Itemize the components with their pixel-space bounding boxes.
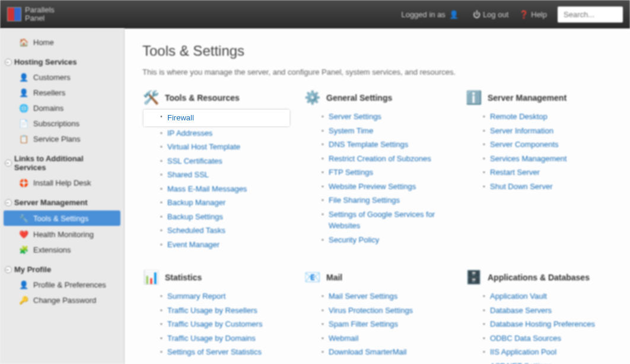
section-mail: 📧MailMail Server SettingsVirus Protectio… xyxy=(304,269,451,364)
link-website-preview-settings[interactable]: Website Preview Settings xyxy=(329,182,416,191)
logout-label: Log out xyxy=(483,10,508,19)
sidebar-item-subscriptions[interactable]: 📄Subscriptions xyxy=(0,116,124,131)
link-services-management[interactable]: Services Management xyxy=(490,154,567,163)
logout-link[interactable]: ⏻ Log out xyxy=(473,10,508,19)
globe-icon: 🌐 xyxy=(19,103,28,113)
link-file-sharing-settings[interactable]: File Sharing Settings xyxy=(329,196,400,205)
link-security-policy[interactable]: Security Policy xyxy=(329,235,379,244)
help-link[interactable]: ❓ Help xyxy=(519,10,547,19)
link-restrict-creation-of-subzones[interactable]: Restrict Creation of Subzones xyxy=(329,154,431,163)
link-application-vault[interactable]: Application Vault xyxy=(490,292,547,301)
sidebar-item-label: Profile & Preferences xyxy=(33,280,106,289)
list-item: Security Policy xyxy=(329,233,451,247)
link-server-information[interactable]: Server Information xyxy=(490,126,553,135)
profile-icon: 👤 xyxy=(19,280,28,289)
link-ftp-settings[interactable]: FTP Settings xyxy=(329,168,373,177)
link-shut-down-server[interactable]: Shut Down Server xyxy=(490,182,553,191)
link-backup-manager[interactable]: Backup Manager xyxy=(167,198,225,207)
link-download-smartermail[interactable]: Download SmarterMail xyxy=(329,347,407,356)
sidebar-section-hosting-services[interactable]: Hosting Services xyxy=(0,55,124,69)
section-head: ℹ️Server Management xyxy=(465,90,612,106)
link-traffic-usage-by-resellers[interactable]: Traffic Usage by Resellers xyxy=(167,306,257,315)
link-spam-filter-settings[interactable]: Spam Filter Settings xyxy=(329,320,398,328)
section-icon: 🛠️ xyxy=(142,90,159,106)
list-item: Scheduled Tasks xyxy=(167,223,289,238)
list-item: Server Components xyxy=(490,138,612,152)
link-remote-desktop[interactable]: Remote Desktop xyxy=(490,112,548,121)
list-item: Virtual Host Template xyxy=(167,140,289,154)
link-server-components[interactable]: Server Components xyxy=(490,140,559,149)
link-database-hosting-preferences[interactable]: Database Hosting Preferences xyxy=(490,320,595,328)
link-webmail[interactable]: Webmail xyxy=(329,334,358,343)
link-virus-protection-settings[interactable]: Virus Protection Settings xyxy=(329,306,413,315)
link-summary-report[interactable]: Summary Report xyxy=(167,292,225,301)
list-item: Traffic Usage by Customers xyxy=(167,317,289,331)
section-links: FirewallIP AddressesVirtual Host Templat… xyxy=(142,110,289,251)
link-event-manager[interactable]: Event Manager xyxy=(167,240,219,249)
section-links: Server SettingsSystem TimeDNS Template S… xyxy=(304,110,451,247)
sidebar-item-tools-settings[interactable]: 🔧Tools & Settings xyxy=(4,210,120,226)
link-backup-settings[interactable]: Backup Settings xyxy=(167,212,223,221)
password-icon: 🔑 xyxy=(19,295,28,305)
list-item: Application Vault xyxy=(490,289,612,304)
sidebar-item-home[interactable]: 🏠 Home xyxy=(0,34,124,50)
section-icon: 📊 xyxy=(142,269,159,286)
section-general-settings: ⚙️General SettingsServer SettingsSystem … xyxy=(304,90,451,251)
link-traffic-usage-by-domains[interactable]: Traffic Usage by Domains xyxy=(167,334,256,343)
helpdesk-icon: 🛟 xyxy=(19,178,28,187)
brand-logo[interactable]: Parallels Panel xyxy=(7,6,55,23)
page-title: Tools & Settings xyxy=(142,43,612,59)
link-ip-addresses[interactable]: IP Addresses xyxy=(167,129,212,138)
link-shared-ssl[interactable]: Shared SSL xyxy=(167,170,209,179)
sidebar-item-install-help-desk[interactable]: 🛟Install Help Desk xyxy=(0,175,124,190)
list-item: Traffic Usage by Resellers xyxy=(167,304,289,318)
user-icon: 👤 xyxy=(449,10,459,19)
list-item: Settings of Server Statistics xyxy=(167,345,289,359)
link-iis-application-pool[interactable]: IIS Application Pool xyxy=(490,347,556,356)
sidebar-item-label: Subscriptions xyxy=(33,119,79,128)
sidebar-item-extensions[interactable]: 🧩Extensions xyxy=(0,242,124,257)
brand-text: Parallels Panel xyxy=(25,6,55,23)
link-traffic-usage-by-customers[interactable]: Traffic Usage by Customers xyxy=(167,320,262,328)
section-server-management: ℹ️Server ManagementRemote DesktopServer … xyxy=(465,90,612,251)
list-item: SSL Certificates xyxy=(167,154,289,168)
section-head: 📧Mail xyxy=(304,269,451,286)
sidebar-section-links-to-additional-services[interactable]: Links to Additional Services xyxy=(0,151,124,175)
link-firewall[interactable]: Firewall xyxy=(167,113,194,122)
sidebar-item-service-plans[interactable]: 📋Service Plans xyxy=(0,131,124,146)
sidebar-item-customers[interactable]: 👤Customers xyxy=(0,69,124,85)
logged-in-as[interactable]: Logged in as 👤 xyxy=(401,10,458,19)
link-server-settings[interactable]: Server Settings xyxy=(329,112,381,121)
link-asp-net-settings[interactable]: ASP.NET Settings xyxy=(490,362,552,365)
list-item: Server Information xyxy=(490,124,612,138)
link-system-time[interactable]: System Time xyxy=(329,126,373,135)
link-settings-of-server-statistics[interactable]: Settings of Server Statistics xyxy=(167,347,262,356)
link-restart-server[interactable]: Restart Server xyxy=(490,168,540,177)
list-item: Services Management xyxy=(490,152,612,166)
sidebar-item-label: Change Password xyxy=(33,296,96,305)
sidebar-item-change-password[interactable]: 🔑Change Password xyxy=(0,292,124,308)
link-settings-of-google-services-for-websites[interactable]: Settings of Google Services for Websites xyxy=(329,210,435,231)
search-input[interactable] xyxy=(558,7,623,23)
list-item: Website Preview Settings xyxy=(329,180,451,194)
sidebar-section-my-profile[interactable]: My Profile xyxy=(0,262,124,277)
link-odbc-data-sources[interactable]: ODBC Data Sources xyxy=(490,334,561,343)
section-statistics: 📊StatisticsSummary ReportTraffic Usage b… xyxy=(142,269,289,364)
link-scheduled-tasks[interactable]: Scheduled Tasks xyxy=(167,226,225,235)
list-item: Spam Filter Settings xyxy=(329,317,451,331)
link-mass-e-mail-messages[interactable]: Mass E-Mail Messages xyxy=(167,184,247,193)
link-database-servers[interactable]: Database Servers xyxy=(490,306,552,315)
sidebar-section-server-management[interactable]: Server Management xyxy=(0,195,124,210)
list-item: FTP Settings xyxy=(329,165,451,180)
link-mail-server-settings[interactable]: Mail Server Settings xyxy=(329,292,397,301)
sidebar-item-label: Customers xyxy=(33,73,71,82)
link-dns-template-settings[interactable]: DNS Template Settings xyxy=(329,140,408,149)
section-head: 📊Statistics xyxy=(142,269,289,286)
sidebar-item-profile-preferences[interactable]: 👤Profile & Preferences xyxy=(0,277,124,292)
sidebar-item-resellers[interactable]: 👤Resellers xyxy=(0,85,124,100)
link-virtual-host-template[interactable]: Virtual Host Template xyxy=(167,142,240,151)
sidebar-item-domains[interactable]: 🌐Domains xyxy=(0,100,124,116)
link-ssl-certificates[interactable]: SSL Certificates xyxy=(167,157,222,165)
sidebar-item-health-monitoring[interactable]: ❤️Health Monitoring xyxy=(0,226,124,242)
logged-in-label: Logged in as xyxy=(401,10,445,19)
